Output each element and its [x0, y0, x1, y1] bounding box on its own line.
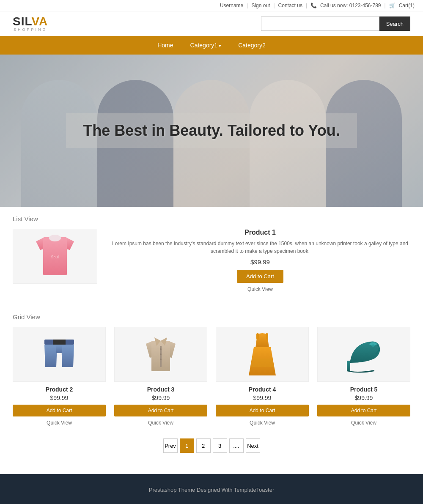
product3-add-to-cart[interactable]: Add to Cart	[114, 405, 207, 416]
jacket-icon	[144, 333, 178, 375]
product4-quick-view[interactable]: Quick View	[216, 420, 309, 426]
product3-name: Product 3	[114, 386, 207, 393]
svg-rect-6	[56, 345, 62, 353]
nav-bar: Home Category1 Category2	[0, 36, 423, 55]
nav-category2[interactable]: Category2	[230, 36, 274, 55]
username-link[interactable]: Username	[220, 3, 243, 8]
heels-icon	[343, 335, 385, 373]
header: SILVA SHOPPING Search	[0, 11, 423, 36]
product5-quick-view[interactable]: Quick View	[317, 420, 410, 426]
list-item: Product 5 $99.99 Add to Cart Quick View	[317, 327, 410, 426]
svg-point-10	[160, 353, 162, 355]
pagination: Prev 1 2 3 .... Next	[13, 438, 410, 453]
footer-text: Prestashop Theme Designed With TemplateT…	[149, 487, 275, 493]
nav-category1[interactable]: Category1	[182, 36, 230, 55]
logo[interactable]: SILVA SHOPPING	[13, 16, 48, 32]
footer: Prestashop Theme Designed With TemplateT…	[0, 474, 423, 504]
product2-quick-view[interactable]: Quick View	[13, 420, 106, 426]
product5-image	[317, 327, 410, 382]
list-item: Product 3 $99.99 Add to Cart Quick View	[114, 327, 207, 426]
contact-link[interactable]: Contact us	[278, 3, 302, 8]
prev-button[interactable]: Prev	[163, 438, 178, 453]
page-3-button[interactable]: 3	[213, 438, 227, 453]
product1-image: Soul	[13, 229, 97, 284]
cart-link[interactable]: Cart(1)	[399, 3, 415, 8]
dress-icon	[245, 331, 279, 378]
cart-icon: 🛒	[389, 3, 396, 8]
next-button[interactable]: Next	[246, 438, 260, 453]
svg-point-9	[160, 348, 162, 350]
logo-subtitle: SHOPPING	[13, 27, 48, 32]
product1-add-to-cart[interactable]: Add to Cart	[237, 270, 283, 283]
svg-point-11	[160, 359, 162, 360]
product1-quick-view[interactable]: Quick View	[110, 286, 410, 292]
nav-home[interactable]: Home	[149, 36, 181, 55]
grid-view: Product 2 $99.99 Add to Cart Quick View	[13, 327, 410, 426]
product5-name: Product 5	[317, 386, 410, 393]
list-view-title: List View	[13, 215, 410, 222]
product2-price: $99.99	[13, 394, 106, 401]
page-1-button[interactable]: 1	[180, 438, 194, 453]
tshirt-icon: Soul	[34, 233, 76, 279]
product4-name: Product 4	[216, 386, 309, 393]
product5-price: $99.99	[317, 394, 410, 401]
svg-point-3	[49, 235, 61, 241]
svg-text:Soul: Soul	[51, 255, 59, 259]
product2-name: Product 2	[13, 386, 106, 393]
search-input[interactable]	[261, 16, 379, 31]
search-bar: Search	[261, 16, 410, 31]
product4-price: $99.99	[216, 394, 309, 401]
product4-image	[216, 327, 309, 382]
list-item: Product 2 $99.99 Add to Cart Quick View	[13, 327, 106, 426]
product4-add-to-cart[interactable]: Add to Cart	[216, 405, 309, 416]
product3-price: $99.99	[114, 394, 207, 401]
product1-desc: Lorem Ipsum has been the industry's stan…	[110, 240, 410, 255]
list-item: Product 4 $99.99 Add to Cart Quick View	[216, 327, 309, 426]
search-button[interactable]: Search	[379, 16, 410, 31]
product5-add-to-cart[interactable]: Add to Cart	[317, 405, 410, 416]
svg-rect-14	[347, 361, 350, 371]
logo-va: VA	[31, 15, 48, 28]
grid-view-title: Grid View	[13, 313, 410, 320]
page-ellipsis: ....	[229, 438, 244, 453]
phone-icon: 📞	[310, 3, 317, 8]
product3-quick-view[interactable]: Quick View	[114, 420, 207, 426]
product1-name: Product 1	[110, 229, 410, 236]
product3-image	[114, 327, 207, 382]
grid-view-section: Grid View	[13, 313, 410, 426]
main-content: List View	[0, 207, 423, 474]
logo-sil: SIL	[13, 15, 31, 28]
product1-info: Product 1 Lorem Ipsum has been the indus…	[110, 229, 410, 292]
hero-text: The Best in Beauty. Tailored to You.	[66, 113, 357, 148]
product1-price: $99.99	[110, 258, 410, 266]
shorts-icon	[40, 337, 78, 371]
signout-link[interactable]: Sign out	[251, 3, 270, 8]
svg-rect-12	[256, 333, 259, 340]
page-2-button[interactable]: 2	[196, 438, 211, 453]
product2-image	[13, 327, 106, 382]
hero-banner: The Best in Beauty. Tailored to You.	[0, 55, 423, 207]
phone-number: Call us now: 0123-456-789	[320, 3, 381, 8]
svg-rect-13	[266, 333, 268, 340]
top-bar: Username | Sign out | Contact us | 📞 Cal…	[0, 0, 423, 11]
list-view: Soul Product 1 Lorem Ipsum has been the …	[13, 229, 410, 301]
product2-add-to-cart[interactable]: Add to Cart	[13, 405, 106, 416]
list-view-section: List View	[13, 215, 410, 301]
